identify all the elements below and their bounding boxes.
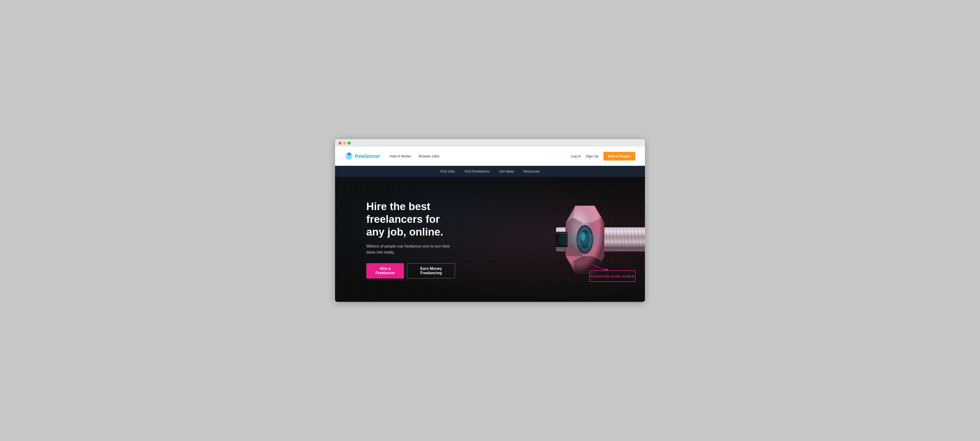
post-project-button[interactable]: Post a Project <box>603 152 635 161</box>
svg-text:RADIATION CASE SCREW: RADIATION CASE SCREW <box>591 275 635 278</box>
logo[interactable]: freelancer <box>345 152 380 161</box>
top-nav: freelancer How It Works Browse Jobs Log … <box>335 146 645 166</box>
signup-button[interactable]: Sign Up <box>585 154 598 158</box>
traffic-lights <box>339 142 351 145</box>
secondary-nav-find-jobs[interactable]: Find Jobs <box>440 169 455 173</box>
secondary-nav-find-freelancers[interactable]: Find Freelancers <box>465 169 490 173</box>
nav-how-it-works[interactable]: How It Works <box>390 154 411 158</box>
hero-subtitle: Millions of people use freelancer.com to… <box>366 243 455 255</box>
screw-illustration: RADIATION CASE SCREW <box>496 179 645 299</box>
logo-text-content: freelancer <box>355 153 380 159</box>
browser-body: freelancer How It Works Browse Jobs Log … <box>335 146 645 302</box>
secondary-nav-get-ideas[interactable]: Get Ideas <box>500 169 514 173</box>
login-button[interactable]: Log In <box>571 154 581 158</box>
hero-content: Hire the best freelancers for any job, o… <box>335 200 455 279</box>
browser-window: freelancer How It Works Browse Jobs Log … <box>335 139 645 302</box>
svg-rect-43 <box>558 233 602 245</box>
hire-freelancer-button[interactable]: Hire a Freelancer <box>366 263 404 279</box>
hero-buttons: Hire a Freelancer Earn Money Freelancing <box>366 263 455 279</box>
traffic-light-yellow[interactable] <box>343 142 346 145</box>
secondary-nav-resources[interactable]: Resources <box>523 169 540 173</box>
traffic-light-red[interactable] <box>339 142 342 145</box>
right-nav: Log In Sign Up Post a Project <box>571 152 635 161</box>
hero-title: Hire the best freelancers for any job, o… <box>366 200 455 238</box>
hero-visual: RADIATION CASE SCREW <box>496 179 645 299</box>
browser-titlebar <box>339 142 641 146</box>
traffic-light-green[interactable] <box>348 142 351 145</box>
hero-section: Hire the best freelancers for any job, o… <box>335 177 645 302</box>
browser-chrome <box>335 139 645 146</box>
svg-marker-47 <box>605 269 608 271</box>
freelancer-logo-icon <box>345 152 353 161</box>
secondary-nav: Find Jobs Find Freelancers Get Ideas Res… <box>335 166 645 177</box>
earn-money-button[interactable]: Earn Money Freelancing <box>407 263 455 279</box>
main-nav: How It Works Browse Jobs <box>390 154 571 158</box>
nav-browse-jobs[interactable]: Browse Jobs <box>418 154 439 158</box>
logo-text: freelancer <box>355 153 380 159</box>
